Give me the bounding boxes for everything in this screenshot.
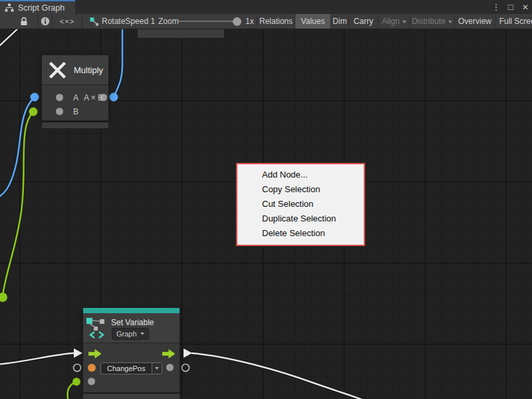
set-variable-teal-strip: [83, 308, 180, 313]
multiply-port-b[interactable]: [56, 108, 63, 115]
multiply-port-a-label: A: [73, 94, 78, 102]
set-variable-input-port[interactable]: [88, 364, 96, 372]
set-variable-icon: [85, 315, 110, 340]
graph-reference-icon: [89, 14, 99, 29]
menu-item-duplicate-selection[interactable]: Duplicate Selection: [237, 211, 364, 226]
menu-item-add-node[interactable]: Add Node...: [237, 168, 364, 182]
zoom-value: 1x: [245, 14, 254, 29]
context-menu: Add Node... Copy Selection Cut Selection…: [236, 163, 365, 246]
zoom-label: Zoom: [158, 14, 179, 29]
code-brackets-icon: <×>: [60, 17, 74, 25]
toolbar-button-carry[interactable]: Carry: [349, 14, 378, 29]
info-icon: [41, 17, 50, 26]
set-variable-output-port[interactable]: [166, 364, 174, 371]
toolbar-button-fullscreen[interactable]: Full Screen: [496, 14, 532, 29]
multiply-port-result-label: A × B: [84, 94, 103, 102]
caret-down-icon: [402, 21, 406, 23]
toolbar-button-relations[interactable]: Relations: [257, 14, 295, 29]
menu-item-copy-selection[interactable]: Copy Selection: [237, 182, 364, 197]
set-variable-body: ChangePos: [83, 342, 180, 392]
variable-name-field[interactable]: ChangePos: [100, 362, 162, 374]
caret-down-icon: [448, 21, 452, 23]
node-set-variable[interactable]: Set Variable Graph ChangePos: [83, 308, 180, 392]
caret-down-icon: [140, 332, 144, 335]
multiply-header[interactable]: Multiply: [42, 55, 108, 84]
multiply-footer: [42, 122, 108, 128]
preview-code-button[interactable]: <×>: [53, 14, 82, 29]
toolbar-button-overview[interactable]: Overview: [455, 14, 495, 29]
multiply-icon: [49, 61, 66, 79]
tab-title: Script Graph: [18, 3, 65, 13]
zoom-slider-track[interactable]: [178, 21, 239, 22]
close-icon: ✕: [522, 3, 529, 12]
maximize-icon: □: [508, 2, 513, 12]
variable-name-value: ChangePos: [101, 363, 152, 374]
graph-toolbar: <×> RotateSpeed 1 Zoom 1x Relations Valu…: [0, 14, 532, 29]
menu-item-cut-selection[interactable]: Cut Selection: [237, 197, 364, 211]
multiply-port-b-label: B: [73, 108, 78, 116]
caret-down-icon: [155, 367, 159, 370]
inspect-button[interactable]: [39, 14, 52, 29]
variable-scope-label: Graph: [116, 329, 137, 338]
toolbar-button-align[interactable]: Align: [379, 14, 409, 29]
align-label: Align: [382, 17, 400, 26]
window-close-button[interactable]: ✕: [519, 0, 531, 14]
zoom-slider-thumb[interactable]: [233, 17, 241, 26]
toolbar-button-distribute[interactable]: Distribute: [410, 14, 454, 29]
menu-item-delete-selection[interactable]: Delete Selection: [237, 226, 364, 241]
control-out-arrow-icon[interactable]: [162, 349, 176, 358]
toolbar-button-dim[interactable]: Dim: [331, 14, 348, 29]
set-variable-title: Set Variable: [111, 318, 154, 327]
distribute-label: Distribute: [412, 17, 446, 26]
graph-icon: [5, 3, 14, 12]
set-variable-header[interactable]: Set Variable Graph: [83, 313, 180, 342]
multiply-title: Multiply: [74, 65, 103, 75]
lock-graph-button[interactable]: [16, 14, 32, 29]
variable-scope-dropdown[interactable]: Graph: [112, 328, 149, 340]
window-menu-button[interactable]: ⋮: [491, 0, 501, 14]
set-variable-extra-port[interactable]: [88, 378, 95, 385]
tab-script-graph[interactable]: Script Graph: [0, 0, 75, 14]
lock-icon: [20, 17, 28, 26]
set-variable-footer: [83, 394, 180, 399]
control-in-arrow-icon[interactable]: [88, 349, 102, 358]
window-maximize-button[interactable]: □: [505, 0, 517, 14]
graph-reference-breadcrumb[interactable]: RotateSpeed 1: [102, 14, 155, 29]
toolbar-button-values[interactable]: Values: [295, 14, 331, 29]
tab-bar: Script Graph ⋮ □ ✕: [0, 0, 532, 14]
variable-name-dropdown[interactable]: [152, 363, 162, 374]
kebab-menu-icon: ⋮: [492, 2, 501, 12]
multiply-port-a[interactable]: [56, 94, 63, 101]
